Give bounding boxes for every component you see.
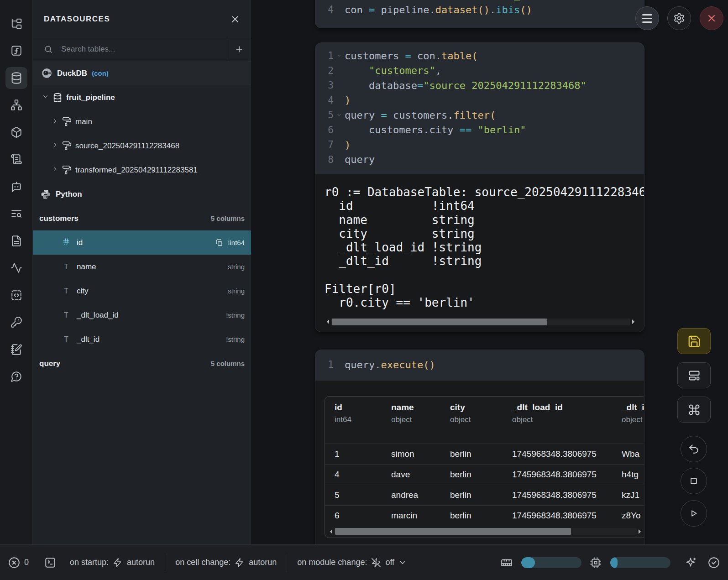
code-cell-setup[interactable]: 3pipeline = dlt.attach("fruit_pipeline")… (315, 0, 644, 28)
table-row[interactable]: 5andreaberlin1745968348.3806975kzJ1 (325, 485, 644, 505)
module-change-setting[interactable]: on module change: off (297, 558, 407, 568)
rail-file-explorer[interactable] (0, 10, 32, 37)
rail-snippets[interactable] (0, 282, 32, 309)
key-icon (10, 316, 22, 328)
status-bar: 0 on startup: autorun on cell change: au… (0, 544, 728, 580)
cell-output-repr: r0 := DatabaseTable: source_202504291112… (315, 174, 644, 332)
table-row[interactable]: 4daveberlin1745968348.3806975h4tg (325, 464, 644, 485)
text-search-icon (10, 208, 22, 219)
shutdown-button[interactable] (700, 6, 723, 30)
copy-icon[interactable] (215, 239, 223, 247)
code-line[interactable]: 4con = pipeline.dataset().ibis() (315, 2, 644, 17)
code-line[interactable]: 7) (315, 137, 644, 152)
column-row-_dlt_load_id[interactable]: T_dlt_load_id!string (33, 303, 251, 327)
column-name: _dlt_id (77, 335, 100, 344)
terminal-button[interactable] (44, 557, 56, 569)
interrupt-button[interactable] (681, 468, 707, 494)
table-header: idint64nameobjectcityobject_dlt_load_ido… (325, 397, 644, 444)
cell-change-label: on cell change: (175, 558, 230, 567)
add-datasource-button[interactable] (227, 38, 251, 60)
code-line[interactable]: 5query = customers.filter( (315, 108, 644, 123)
rail-functions[interactable] (0, 37, 32, 65)
table-name: query (39, 359, 60, 368)
output-horizontal-scrollbar[interactable] (325, 318, 637, 325)
rail-packages[interactable] (0, 119, 32, 146)
run-button[interactable] (681, 500, 707, 527)
column-row-city[interactable]: Tcitystring (33, 279, 251, 303)
error-indicator[interactable]: 0 (8, 557, 29, 569)
col-header-name[interactable]: name (391, 402, 446, 413)
panel-title: DATASOURCES (44, 15, 230, 24)
schema-row[interactable]: transformed_202504291112283581 (33, 158, 251, 182)
database-icon-icon (52, 93, 63, 103)
column-name: name (77, 262, 96, 272)
cell-change-setting[interactable]: on cell change: autorun (175, 558, 277, 568)
column-type: !string (226, 335, 251, 343)
search-input[interactable] (61, 45, 180, 54)
datasources-panel: DATASOURCES DuckDB(con)fruit_pipelinemai… (33, 0, 251, 544)
col-header-_dlt_load_id[interactable]: _dlt_load_id (512, 402, 620, 413)
connection-status-icon[interactable] (708, 557, 720, 569)
rail-help[interactable] (0, 363, 32, 391)
startup-setting[interactable]: on startup: autorun (70, 558, 155, 568)
rail-datasources[interactable] (0, 64, 32, 92)
command-palette-button[interactable] (677, 397, 711, 423)
rail-notebook[interactable] (0, 336, 32, 363)
code-line[interactable]: 2 "customers", (315, 63, 644, 78)
column-row-name[interactable]: Tnamestring (33, 255, 251, 279)
code-line[interactable]: 1query.execute() (315, 357, 644, 372)
rail-secrets[interactable] (0, 309, 32, 336)
column-row-_dlt_id[interactable]: T_dlt_id!string (33, 327, 251, 351)
code-line[interactable]: 6 customers.city == "berlin" (315, 123, 644, 138)
code-line[interactable]: 8query (315, 152, 644, 167)
table-row[interactable]: 6marcinberlin1745968348.3806975z8Yo (325, 505, 644, 526)
table-horizontal-scrollbar[interactable] (325, 526, 644, 538)
rail-dependencies[interactable] (0, 92, 32, 119)
rail-tracing[interactable] (0, 255, 32, 282)
activity-icon (10, 262, 22, 274)
col-header-id[interactable]: id (335, 402, 385, 413)
close-panel-button[interactable] (230, 14, 240, 24)
save-icon (687, 334, 701, 348)
code-cell-query[interactable]: 1customers = con.table(2 "customers",3 d… (315, 42, 644, 332)
panel-header: DATASOURCES (33, 0, 251, 38)
save-button[interactable] (677, 328, 711, 354)
code-line[interactable]: 3 database="source_202504291112283468" (315, 78, 644, 93)
rail-documentation[interactable] (0, 227, 32, 255)
col-header-_dlt_id[interactable]: _dlt_id (622, 402, 644, 413)
circle-x-icon (8, 557, 20, 569)
rail-scratchpad[interactable] (0, 146, 32, 173)
gear-icon (673, 12, 685, 24)
schema-row[interactable]: main (33, 110, 251, 134)
column-type: !int64 (215, 239, 251, 247)
connection-row[interactable]: DuckDB(con) (33, 61, 251, 85)
layout-button[interactable] (677, 362, 711, 388)
col-header-city[interactable]: city (450, 402, 506, 413)
error-count: 0 (24, 558, 29, 567)
code-line[interactable]: 4) (315, 93, 644, 108)
cpu-icon (590, 557, 602, 569)
play-icon (688, 508, 699, 519)
cpu-usage-bar (610, 557, 670, 568)
column-count: 5 columns (211, 214, 251, 222)
table-row-query[interactable]: query5 columns (33, 351, 251, 376)
column-row-id[interactable]: id!int64 (33, 230, 251, 255)
python-section[interactable]: Python (33, 182, 251, 206)
connection-badge: (con) (92, 69, 109, 77)
settings-button[interactable] (667, 6, 691, 30)
table-row[interactable]: 1simonberlin1745968348.3806975Wba (325, 444, 644, 464)
copilot-sparkles-icon[interactable] (685, 557, 697, 569)
help-bubble-icon (10, 371, 22, 382)
code-line[interactable]: 1customers = con.table( (315, 48, 644, 63)
undo-button[interactable] (681, 436, 707, 462)
table-row-customers[interactable]: customers5 columns (33, 206, 251, 230)
zap-icon (113, 558, 123, 568)
column-count: 5 columns (211, 360, 251, 367)
schema-row[interactable]: source_202504291112283468 (33, 134, 251, 158)
rail-ai-chat[interactable] (0, 173, 32, 200)
folder-tree-icon (10, 18, 22, 30)
menu-button[interactable] (635, 6, 659, 30)
rail-logs[interactable] (0, 200, 32, 228)
column-type: string (228, 287, 251, 295)
database-row[interactable]: fruit_pipeline (33, 85, 251, 110)
